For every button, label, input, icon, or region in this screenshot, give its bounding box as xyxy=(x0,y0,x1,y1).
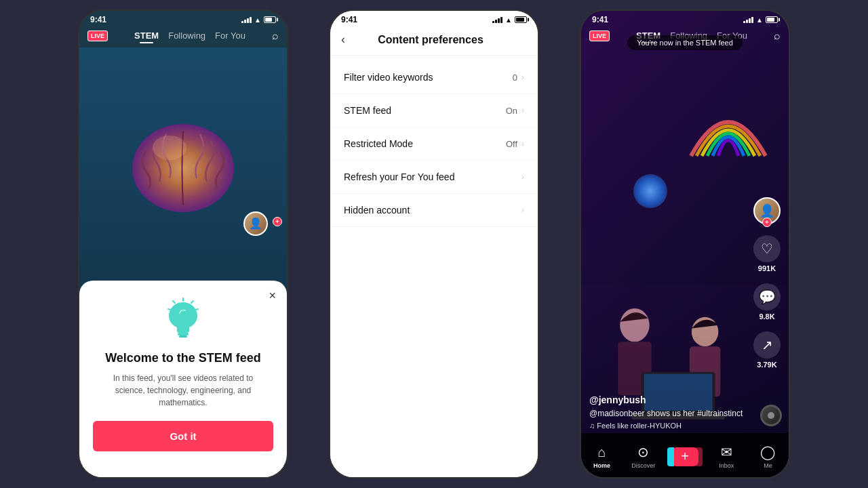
music-info-3: ♫ Feels like roller-HYUKOH xyxy=(589,422,748,430)
svg-line-8 xyxy=(168,309,171,310)
stem-notification: You're now in the STEM feed xyxy=(581,35,789,50)
discover-nav-label: Discover xyxy=(631,462,655,469)
pref-item-filter-keywords[interactable]: Filter video keywords 0 › xyxy=(330,61,538,94)
pref-right-stem: On › xyxy=(506,106,524,116)
search-icon-1[interactable]: ⌕ xyxy=(272,30,279,42)
add-button-3[interactable]: + xyxy=(671,447,698,466)
status-time-1: 9:41 xyxy=(90,15,106,24)
pref-label-restricted: Restricted Mode xyxy=(344,138,413,149)
battery-icon-1 xyxy=(264,16,276,23)
pref-item-hidden-account[interactable]: Hidden account › xyxy=(330,194,538,227)
tab-following-1[interactable]: Following xyxy=(168,30,205,42)
chevron-refresh: › xyxy=(521,172,524,182)
brain-visual xyxy=(119,110,248,226)
pref-item-refresh-feed[interactable]: Refresh your For You feed › xyxy=(330,161,538,194)
modal-close-btn[interactable]: × xyxy=(269,289,276,303)
screens-container: 9:41 ▲ LIVE ST xyxy=(0,0,868,488)
bottom-nav-discover[interactable]: ⊙ Discover xyxy=(623,444,664,469)
phone-1: 9:41 ▲ LIVE ST xyxy=(78,9,288,479)
pref-item-stem-feed[interactable]: STEM feed On › xyxy=(330,94,538,127)
share-count-3: 3.79K xyxy=(757,361,776,369)
sidebar-follow-badge-3[interactable]: + xyxy=(762,218,772,227)
discover-nav-icon: ⊙ xyxy=(637,444,649,460)
music-disc-inner xyxy=(768,412,774,419)
pref-right-filter: 0 › xyxy=(513,73,524,83)
inbox-nav-icon: ✉ xyxy=(721,444,732,460)
wifi-icon-3: ▲ xyxy=(756,16,763,24)
top-nav-1: LIVE STEM Following For You ⌕ xyxy=(79,27,287,47)
sidebar-comment-3[interactable]: 💬 9.8K xyxy=(753,283,781,321)
pref-value-stem: On xyxy=(506,106,517,116)
content-pref-title: Content preferences xyxy=(356,34,505,46)
pref-right-refresh: › xyxy=(521,172,524,182)
modal-icon xyxy=(93,294,273,344)
sidebar-like-3[interactable]: ♡ 991K xyxy=(753,235,781,272)
svg-point-1 xyxy=(153,136,186,160)
status-time-3: 9:41 xyxy=(592,15,608,24)
sidebar-avatar-wrap-3: 👤 + xyxy=(753,197,781,224)
follow-badge-1[interactable]: + xyxy=(273,217,282,226)
phone-3: 9:41 ▲ xyxy=(580,9,790,479)
battery-icon-3 xyxy=(766,16,778,23)
rainbow-arc xyxy=(684,95,772,163)
pref-label-refresh: Refresh your For You feed xyxy=(344,171,454,182)
right-sidebar-3: 👤 + ♡ 991K 💬 9.8K ↗ xyxy=(753,197,781,369)
chevron-filter: › xyxy=(521,73,524,82)
status-icons-2: ▲ xyxy=(492,16,527,24)
bottom-nav-inbox[interactable]: ✉ Inbox xyxy=(706,444,747,469)
signal-icon-1 xyxy=(241,16,252,23)
tab-foryou-1[interactable]: For You xyxy=(215,30,245,42)
pref-right-hidden: › xyxy=(521,205,524,215)
screen2: 9:41 ▲ ‹ Content preferen xyxy=(330,11,538,477)
status-icons-3: ▲ xyxy=(743,16,778,24)
comment-count-3: 9.8K xyxy=(759,312,774,321)
svg-line-7 xyxy=(191,301,193,303)
me-nav-icon: ◯ xyxy=(760,444,775,460)
live-badge-1: LIVE xyxy=(87,30,108,41)
wifi-icon-2: ▲ xyxy=(505,16,512,24)
bottom-nav-me[interactable]: ◯ Me xyxy=(747,444,789,469)
screen3-top-bar: 9:41 ▲ xyxy=(581,11,789,47)
nav-tabs-1: STEM Following For You xyxy=(116,30,264,42)
chevron-restricted: › xyxy=(521,139,524,148)
svg-line-6 xyxy=(173,301,175,303)
svg-rect-3 xyxy=(178,333,189,336)
svg-line-9 xyxy=(195,309,198,310)
home-nav-icon: ⌂ xyxy=(598,445,606,460)
signal-icon-3 xyxy=(743,16,753,23)
home-nav-label: Home xyxy=(593,462,610,469)
wifi-icon-1: ▲ xyxy=(254,16,261,24)
comment-icon-3: 💬 xyxy=(753,283,781,310)
pref-right-restricted: Off › xyxy=(506,139,524,149)
status-bar-3: 9:41 ▲ xyxy=(581,11,789,27)
stem-notification-text: You're now in the STEM feed xyxy=(627,35,743,50)
music-disc-3 xyxy=(760,405,782,426)
status-icons-1: ▲ xyxy=(241,16,276,24)
chevron-stem: › xyxy=(521,106,524,115)
glowing-orb xyxy=(633,174,667,208)
bottom-nav-add[interactable]: + xyxy=(664,447,705,466)
like-icon-3: ♡ xyxy=(753,235,781,262)
status-bar-2: 9:41 ▲ xyxy=(330,11,538,27)
back-button[interactable]: ‹ xyxy=(341,33,345,47)
got-it-button[interactable]: Got it xyxy=(93,421,273,451)
battery-icon-2 xyxy=(515,16,527,23)
pref-list: Filter video keywords 0 › STEM feed On ›… xyxy=(330,56,538,477)
video-description-3: @madisonbeer shows us her #ultrainstinct xyxy=(589,408,748,420)
video-username-3[interactable]: @jennybush xyxy=(589,394,748,405)
like-count-3: 991K xyxy=(758,264,776,272)
sidebar-share-3[interactable]: ↗ 3.79K xyxy=(753,331,781,369)
pref-label-stem: STEM feed xyxy=(344,105,391,116)
chevron-hidden: › xyxy=(521,205,524,215)
phone-2: 9:41 ▲ ‹ Content preferen xyxy=(329,9,539,479)
bottom-nav-home[interactable]: ⌂ Home xyxy=(581,445,623,469)
modal-title: Welcome to the STEM feed xyxy=(93,351,273,365)
inbox-nav-label: Inbox xyxy=(719,462,734,469)
tab-stem-1[interactable]: STEM xyxy=(134,30,159,42)
pref-item-restricted-mode[interactable]: Restricted Mode Off › xyxy=(330,127,538,161)
avatar-1[interactable]: 👤 xyxy=(243,211,268,236)
video-info-3: @jennybush @madisonbeer shows us her #ul… xyxy=(589,394,748,430)
screen3-video: 9:41 ▲ xyxy=(581,11,789,477)
status-bar-1: 9:41 ▲ xyxy=(79,11,287,27)
brain-svg xyxy=(119,110,248,226)
